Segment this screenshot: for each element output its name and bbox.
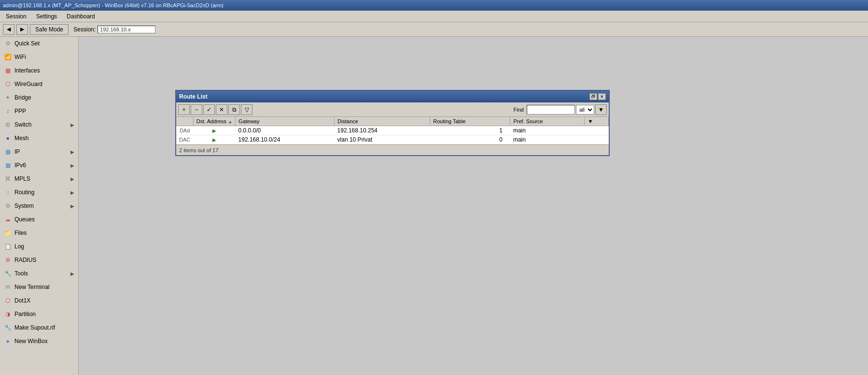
sidebar-item-switch[interactable]: ⊞Switch▶ bbox=[0, 118, 78, 131]
ip-icon: ▦ bbox=[4, 148, 12, 156]
sidebar-item-partition[interactable]: ◑Partition bbox=[0, 307, 78, 321]
sidebar-item-ppp[interactable]: ↕PPP bbox=[0, 104, 78, 118]
mesh-icon: ● bbox=[4, 134, 12, 142]
sidebar-item-label-system: System bbox=[14, 202, 68, 209]
interfaces-icon: ▦ bbox=[4, 67, 12, 74]
menu-session[interactable]: Session bbox=[2, 12, 30, 21]
sidebar-item-interfaces[interactable]: ▦Interfaces bbox=[0, 64, 78, 77]
mpls-icon: ⌘ bbox=[4, 175, 12, 183]
sidebar-item-label-dot1x: Dot1X bbox=[14, 297, 74, 304]
enable-route-button[interactable]: ✓ bbox=[203, 104, 215, 115]
row-flag: DAC bbox=[176, 135, 193, 144]
copy-route-button[interactable]: ⧉ bbox=[228, 104, 240, 115]
route-toolbar: + − ✓ ✕ ⧉ ▽ Find all ▼ bbox=[176, 102, 609, 117]
col-pref-source[interactable]: Pref. Source bbox=[510, 117, 585, 126]
filter-select[interactable]: all bbox=[576, 105, 594, 115]
toolbar: ◀ ▶ Safe Mode Session: 192.168.10.x bbox=[0, 22, 868, 37]
sidebar-item-label-switch: Switch bbox=[14, 121, 68, 128]
route-table-container: Dst. Address ▲ Gateway Distance Routing … bbox=[176, 117, 609, 144]
col-dst-address[interactable]: Dst. Address ▲ bbox=[193, 117, 235, 126]
title-text: admin@192.168.1.x (MT_AP_Schoppen) - Win… bbox=[3, 2, 224, 8]
safe-mode-button[interactable]: Safe Mode bbox=[30, 24, 69, 35]
col-distance[interactable]: Distance bbox=[335, 117, 430, 126]
row-distance: 0 bbox=[430, 135, 510, 144]
sidebar-item-files[interactable]: 📁Files bbox=[0, 226, 78, 240]
routing-icon: ⌂ bbox=[4, 188, 12, 196]
radius-icon: ⚙ bbox=[4, 256, 12, 264]
sidebar-item-ipv6[interactable]: ▦IPv6▶ bbox=[0, 159, 78, 172]
sidebar-item-mesh[interactable]: ●Mesh bbox=[0, 131, 78, 145]
sidebar-item-wireguard[interactable]: ⬡WireGuard bbox=[0, 77, 78, 91]
route-window-titlebar: Route List 🗗 ✕ bbox=[176, 91, 609, 102]
sidebar-item-label-radius: RADIUS bbox=[14, 257, 74, 263]
sidebar-item-ip[interactable]: ▦IP▶ bbox=[0, 145, 78, 159]
row-arrow: ▶ bbox=[193, 126, 235, 135]
menu-settings[interactable]: Settings bbox=[32, 12, 61, 21]
sidebar-item-label-queues: Queues bbox=[14, 216, 74, 223]
sidebar-item-make-supout[interactable]: 🔧Make Supout.rif bbox=[0, 321, 78, 334]
main-layout: ⚙Quick Set📶WiFi▦Interfaces⬡WireGuard✦Bri… bbox=[0, 37, 868, 375]
files-icon: 📁 bbox=[4, 229, 12, 237]
dot1x-icon: ⬡ bbox=[4, 297, 12, 304]
row-gateway: vlan 10 Privat bbox=[335, 135, 430, 144]
filter-dropdown-button[interactable]: ▼ bbox=[595, 104, 607, 115]
col-expand[interactable]: ▼ bbox=[585, 117, 609, 126]
disable-route-button[interactable]: ✕ bbox=[216, 104, 227, 115]
filter-route-button[interactable]: ▽ bbox=[241, 104, 252, 115]
content-area: Route List 🗗 ✕ + − ✓ ✕ ⧉ ▽ Find all bbox=[79, 37, 868, 375]
row-routing-table: main bbox=[510, 126, 585, 135]
sidebar-item-label-ipv6: IPv6 bbox=[14, 162, 68, 169]
sidebar-item-radius[interactable]: ⚙RADIUS bbox=[0, 253, 78, 267]
menu-dashboard[interactable]: Dashboard bbox=[63, 12, 99, 21]
route-list-window: Route List 🗗 ✕ + − ✓ ✕ ⧉ ▽ Find all bbox=[175, 90, 610, 156]
row-gateway: 192.168.10.254 bbox=[335, 126, 430, 135]
session-label: Session: bbox=[73, 26, 96, 33]
table-row[interactable]: DAd▶0.0.0.0/0192.168.10.2541main bbox=[176, 126, 609, 135]
sidebar-item-label-ppp: PPP bbox=[14, 108, 74, 115]
sidebar-item-new-winbox[interactable]: ●New WinBox bbox=[0, 334, 78, 348]
log-icon: 📋 bbox=[4, 243, 12, 250]
table-row[interactable]: DAC▶192.168.10.0/24vlan 10 Privat0main bbox=[176, 135, 609, 144]
session-value: 192.168.10.x bbox=[98, 26, 155, 33]
sidebar-item-label-partition: Partition bbox=[14, 311, 74, 317]
menu-bar: Session Settings Dashboard bbox=[0, 11, 868, 22]
sidebar-item-log[interactable]: 📋Log bbox=[0, 240, 78, 253]
sidebar-item-system[interactable]: ⚙System▶ bbox=[0, 199, 78, 213]
route-table: Dst. Address ▲ Gateway Distance Routing … bbox=[176, 117, 609, 144]
sidebar-item-new-terminal[interactable]: ✉New Terminal bbox=[0, 280, 78, 294]
col-routing-table[interactable]: Routing Table bbox=[430, 117, 510, 126]
sidebar-item-label-ip: IP bbox=[14, 148, 68, 155]
ipv6-arrow-icon: ▶ bbox=[70, 163, 74, 168]
row-flag: DAd bbox=[176, 126, 193, 135]
remove-route-button[interactable]: − bbox=[191, 104, 202, 115]
forward-button[interactable]: ▶ bbox=[16, 24, 28, 35]
table-header-row: Dst. Address ▲ Gateway Distance Routing … bbox=[176, 117, 609, 126]
new-terminal-icon: ✉ bbox=[4, 283, 12, 291]
sidebar-item-quick-set[interactable]: ⚙Quick Set bbox=[0, 37, 78, 50]
sidebar-item-mpls[interactable]: ⌘MPLS▶ bbox=[0, 172, 78, 186]
sidebar-item-bridge[interactable]: ✦Bridge bbox=[0, 91, 78, 104]
window-restore-button[interactable]: 🗗 bbox=[589, 93, 597, 100]
find-input[interactable] bbox=[527, 105, 575, 115]
sidebar-item-label-mesh: Mesh bbox=[14, 135, 74, 142]
sidebar-item-queues[interactable]: ☁Queues bbox=[0, 213, 78, 226]
sidebar-item-label-tools: Tools bbox=[14, 270, 68, 277]
title-bar: admin@192.168.1.x (MT_AP_Schoppen) - Win… bbox=[0, 0, 868, 11]
sidebar-item-label-interfaces: Interfaces bbox=[14, 67, 74, 74]
col-flags[interactable] bbox=[176, 117, 193, 126]
col-gateway[interactable]: Gateway bbox=[236, 117, 335, 126]
sidebar-item-label-wireguard: WireGuard bbox=[14, 81, 74, 87]
add-route-button[interactable]: + bbox=[178, 104, 190, 115]
bridge-icon: ✦ bbox=[4, 94, 12, 101]
window-controls: 🗗 ✕ bbox=[589, 93, 606, 100]
route-status-bar: 2 items out of 17 bbox=[176, 144, 609, 155]
sidebar-item-routing[interactable]: ⌂Routing▶ bbox=[0, 186, 78, 199]
queues-icon: ☁ bbox=[4, 216, 12, 223]
sidebar-item-tools[interactable]: 🔧Tools▶ bbox=[0, 267, 78, 280]
tools-arrow-icon: ▶ bbox=[70, 271, 74, 276]
sidebar-item-wifi[interactable]: 📶WiFi bbox=[0, 50, 78, 64]
sidebar-item-label-bridge: Bridge bbox=[14, 94, 74, 101]
back-button[interactable]: ◀ bbox=[3, 24, 14, 35]
window-close-button[interactable]: ✕ bbox=[598, 93, 606, 100]
sidebar-item-dot1x[interactable]: ⬡Dot1X bbox=[0, 294, 78, 307]
